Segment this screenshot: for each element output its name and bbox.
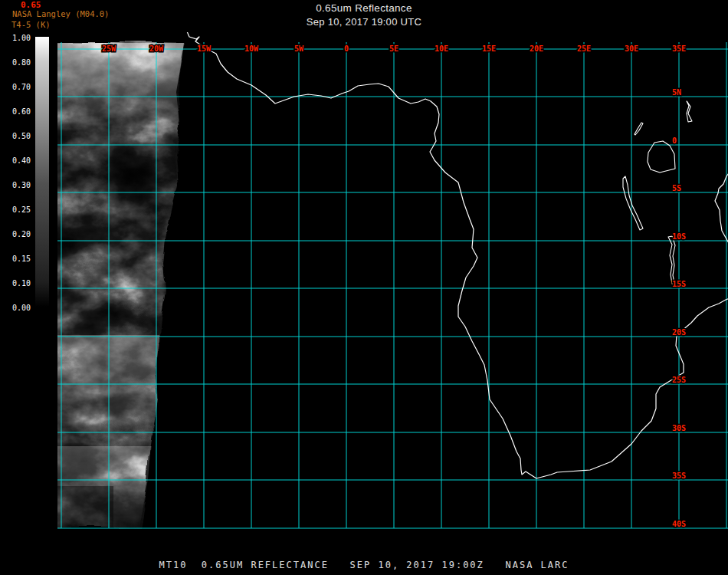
longitude-label: 5W <box>294 44 304 53</box>
latitude-label: 35S <box>672 472 686 480</box>
longitude-label: 25E <box>577 44 591 53</box>
latitude-label: 5N <box>672 88 681 97</box>
colorbar-tick-label: 0.20 <box>6 230 31 238</box>
footer-caption: MT10 0.65UM REFLECTANCE SEP 10, 2017 19:… <box>0 560 728 570</box>
latitude-label: 25S <box>672 376 686 384</box>
nasa-langley-credit: NASA Langley (M04.0) <box>12 9 109 18</box>
colorbar-tick-label: 0.70 <box>6 83 31 91</box>
map-canvas: 25W20W15W10W5W05E10E15E20E25E30E35E5N05S… <box>57 32 728 529</box>
latitude-label: 15S <box>672 280 686 288</box>
satellite-image-viewer: 0.65um Reflectance Sep 10, 2017 19:00 UT… <box>0 0 728 575</box>
title-block: 0.65um Reflectance Sep 10, 2017 19:00 UT… <box>0 2 728 28</box>
colorbar-tick-label: 0.60 <box>6 107 31 116</box>
latitude-label: 30S <box>672 424 686 432</box>
longitude-label: 15W <box>197 44 212 53</box>
coastline-path <box>715 173 728 243</box>
lake-outline <box>648 141 675 172</box>
lake-outline <box>668 236 675 284</box>
latitude-label: 0 <box>672 136 677 145</box>
colorbar-tick-label: 0.80 <box>6 58 31 67</box>
colorbar-tick-label: 0.30 <box>6 181 31 189</box>
coastlines <box>187 32 728 478</box>
longitude-label: 35E <box>672 44 686 53</box>
lake-outline <box>623 176 643 230</box>
longitude-label: 20E <box>530 44 543 53</box>
latitude-label: 10S <box>672 232 686 241</box>
longitude-label: 25W <box>102 44 116 53</box>
colorbar-gradient <box>35 37 49 307</box>
scale-units-label: T4-5 (K) <box>11 20 51 29</box>
colorbar-tick-label: 0.25 <box>6 205 31 214</box>
longitude-label: 10W <box>244 44 259 53</box>
longitude-label: 5E <box>389 44 398 53</box>
longitude-label: 0 <box>344 44 349 53</box>
latitude-label: 5S <box>672 184 681 192</box>
colorbar-tick-label: 0.40 <box>6 156 31 165</box>
longitude-label: 15E <box>482 44 496 53</box>
latitude-label: 20S <box>672 328 686 337</box>
longitude-label: 30E <box>625 44 638 53</box>
longitude-label: 20W <box>149 44 164 53</box>
colorbar-tick-label: 0.10 <box>6 279 31 288</box>
colorbar: 1.000.800.700.600.500.400.300.250.200.15… <box>6 34 55 325</box>
colorbar-tick-label: 0.00 <box>6 304 31 312</box>
longitude-label: 10E <box>435 44 448 53</box>
lake-outline <box>635 123 643 135</box>
latitude-label: 40S <box>672 520 686 528</box>
coastline-path <box>187 32 728 478</box>
datetime-title: Sep 10, 2017 19:00 UTC <box>0 16 728 28</box>
colorbar-tick-label: 0.15 <box>6 255 31 263</box>
product-title: 0.65um Reflectance <box>0 2 728 14</box>
colorbar-tick-label: 1.00 <box>6 34 31 42</box>
colorbar-tick-label: 0.50 <box>6 132 31 140</box>
lake-outline <box>687 101 692 122</box>
